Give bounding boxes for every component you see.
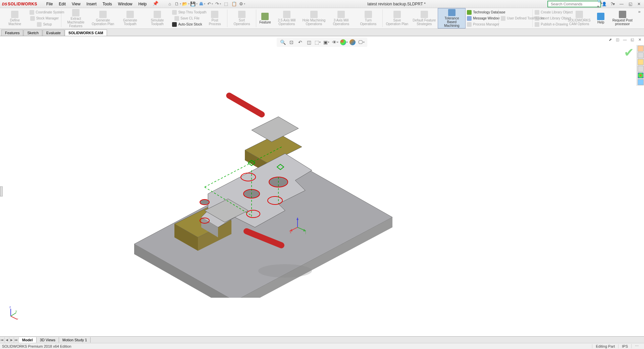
generate-op-plan-button[interactable]: Generate Operation Plan xyxy=(89,8,116,28)
rebuild-confirm-icon[interactable]: ✔ xyxy=(624,46,634,60)
rebuild-icon[interactable]: 📋 xyxy=(231,1,237,7)
default-strategies-button[interactable]: Default Feature Strategies xyxy=(411,8,438,28)
define-machine-button[interactable]: Define Machine xyxy=(1,8,28,28)
tp-appearances-icon[interactable] xyxy=(638,72,644,78)
tab-sketch[interactable]: Sketch xyxy=(23,30,42,36)
tab-evaluate[interactable]: Evaluate xyxy=(43,30,64,36)
process-manager-button[interactable]: Process Manager xyxy=(466,21,498,27)
open-doc-icon[interactable]: 📂 xyxy=(182,1,189,7)
doc-close-icon[interactable]: ✕ xyxy=(637,37,643,42)
save-op-plan-button[interactable]: Save Operation Plan xyxy=(383,8,411,28)
new-doc-icon[interactable]: 🗋 xyxy=(174,1,181,7)
apply-scene-icon[interactable] xyxy=(348,38,357,46)
technology-database-button[interactable]: Technology Database xyxy=(466,9,498,15)
message-window-button[interactable]: Message Window xyxy=(466,15,498,21)
home-icon[interactable]: ⌂ xyxy=(166,1,173,7)
generate-toolpath-button[interactable]: Generate Toolpath xyxy=(116,8,144,28)
insert-library-button[interactable]: Insert Library Object xyxy=(533,15,566,21)
tp-resources-icon[interactable] xyxy=(638,46,644,52)
turn-operations-button[interactable]: Turn Operations xyxy=(355,8,382,28)
view-orientation-icon[interactable]: ⬚ xyxy=(314,38,322,46)
bottom-tab-model[interactable]: Model xyxy=(19,337,37,343)
save-cl-file-button[interactable]: Save CL File xyxy=(171,15,203,21)
tab-features[interactable]: Features xyxy=(1,30,23,36)
tp-view-palette-icon[interactable] xyxy=(638,66,644,72)
menu-view[interactable]: View xyxy=(69,1,83,7)
search-input[interactable] xyxy=(551,2,597,6)
stock-manager-button[interactable]: Stock Manager xyxy=(28,15,60,21)
tp-file-explorer-icon[interactable] xyxy=(638,59,644,65)
undo-icon[interactable]: ↶ xyxy=(207,1,213,7)
tp-custom-properties-icon[interactable] xyxy=(638,79,644,85)
auto-size-stock-button[interactable]: Auto-Size Stock xyxy=(171,21,203,27)
bt-nav-prev-icon[interactable]: ◀ xyxy=(5,337,9,343)
ribbon-stack-3: Technology Database Message Window Proce… xyxy=(466,8,498,28)
feature-manager-flyout-handle[interactable] xyxy=(0,186,3,196)
bt-nav-first-icon[interactable]: ⏮ xyxy=(0,337,5,343)
search-commands-box[interactable]: 🔍▾ xyxy=(547,1,601,7)
doc-layout-icon[interactable]: ◫ xyxy=(614,37,621,42)
display-style-icon[interactable]: ▣ xyxy=(322,38,330,46)
logo-text: SOLIDWORKS xyxy=(8,2,37,6)
close-icon[interactable]: ✕ xyxy=(636,1,642,7)
menu-edit[interactable]: Edit xyxy=(56,1,68,7)
setup-button[interactable]: Setup xyxy=(28,21,60,27)
hide-show-icon[interactable]: 👁 xyxy=(331,38,339,46)
menu-tools[interactable]: Tools xyxy=(100,1,115,7)
maximize-icon[interactable]: ◱ xyxy=(627,1,633,7)
reference-triad[interactable]: z x y xyxy=(7,306,20,319)
hole-machining-button[interactable]: Hole Machining Operations xyxy=(300,8,327,28)
step-thru-toolpath-button[interactable]: Step Thru Toolpath xyxy=(171,9,203,15)
tolerance-based-machining-button[interactable]: Tolerance Based Machining xyxy=(438,8,466,28)
graphics-area[interactable]: 🔍 ⊡ ↶ ◫ ⬚ ▣ 👁 🖵 ⬈ ◫ — ◱ ✕ ✔ xyxy=(0,36,644,336)
status-extras-icon[interactable]: ⋯ xyxy=(631,344,642,348)
3-axis-mill-button[interactable]: 3 Axis Mill Operations xyxy=(327,8,355,28)
section-view-icon[interactable]: ◫ xyxy=(305,38,313,46)
pin-menu-icon[interactable]: 📌 xyxy=(150,1,161,7)
user-icon[interactable]: 👤 xyxy=(601,1,607,7)
post-process-button[interactable]: Post Process xyxy=(203,8,226,28)
doc-maximize-icon[interactable]: ◱ xyxy=(629,37,635,42)
ribbon-overflow-icon[interactable]: » xyxy=(636,8,643,15)
zoom-fit-icon[interactable]: 🔍 xyxy=(279,38,287,46)
edit-appearance-icon[interactable] xyxy=(340,38,348,46)
help-icon[interactable]: ?▾ xyxy=(610,1,616,7)
origin-triad[interactable]: x y xyxy=(289,217,306,234)
view-settings-icon[interactable]: 🖵 xyxy=(357,38,365,46)
bt-nav-next-icon[interactable]: ▶ xyxy=(9,337,14,343)
simulate-toolpath-button[interactable]: Simulate Toolpath xyxy=(144,8,171,28)
bt-nav-last-icon[interactable]: ⏭ xyxy=(14,337,19,343)
save-icon[interactable]: 💾 xyxy=(191,1,197,7)
model-view[interactable] xyxy=(104,83,396,298)
coordinate-system-button[interactable]: Coordinate System xyxy=(28,9,60,15)
cam-help-button[interactable]: Help xyxy=(593,8,609,28)
bottom-tab-3d-views[interactable]: 3D Views xyxy=(37,337,59,343)
doc-minimize-icon[interactable]: — xyxy=(622,37,628,42)
zoom-area-icon[interactable]: ⊡ xyxy=(287,38,296,46)
tab-solidworks-cam[interactable]: SOLIDWORKS CAM xyxy=(65,30,107,36)
minimize-icon[interactable]: — xyxy=(619,1,625,7)
extract-features-button[interactable]: Extract Machinable Features xyxy=(62,8,89,28)
status-units[interactable]: IPS xyxy=(618,344,631,348)
options-gear-icon[interactable]: ⚙ xyxy=(239,1,246,7)
redo-icon[interactable]: ↷ xyxy=(215,1,221,7)
tp-design-library-icon[interactable] xyxy=(638,52,644,58)
select-icon[interactable]: ⬚ xyxy=(223,1,229,7)
previous-view-icon[interactable]: ↶ xyxy=(296,38,304,46)
create-library-button[interactable]: Create Library Object xyxy=(533,9,566,15)
menu-insert[interactable]: Insert xyxy=(84,1,99,7)
sort-operations-button[interactable]: Sort Operations xyxy=(228,8,255,28)
user-defined-tool-button[interactable]: User Defined Tool/Holder xyxy=(499,15,532,21)
doc-popout-icon[interactable]: ⬈ xyxy=(607,37,613,42)
publish-edrawing-button[interactable]: Publish e-Drawing xyxy=(533,21,566,27)
bottom-tab-motion-study-1[interactable]: Motion Study 1 xyxy=(59,337,91,343)
25-axis-mill-button[interactable]: 2.5 Axis Mill Operations xyxy=(273,8,300,28)
menu-file[interactable]: File xyxy=(44,1,55,7)
task-pane xyxy=(637,45,644,86)
request-post-processor-button[interactable]: Request Post processor xyxy=(609,8,636,28)
menu-help[interactable]: Help xyxy=(136,1,150,7)
feature-button[interactable]: Feature xyxy=(257,8,273,28)
print-icon[interactable]: 🖶 xyxy=(199,1,205,7)
menu-window[interactable]: Window xyxy=(115,1,135,7)
cam-options-button[interactable]: SOLIDWORKS CAM Options xyxy=(566,8,593,28)
